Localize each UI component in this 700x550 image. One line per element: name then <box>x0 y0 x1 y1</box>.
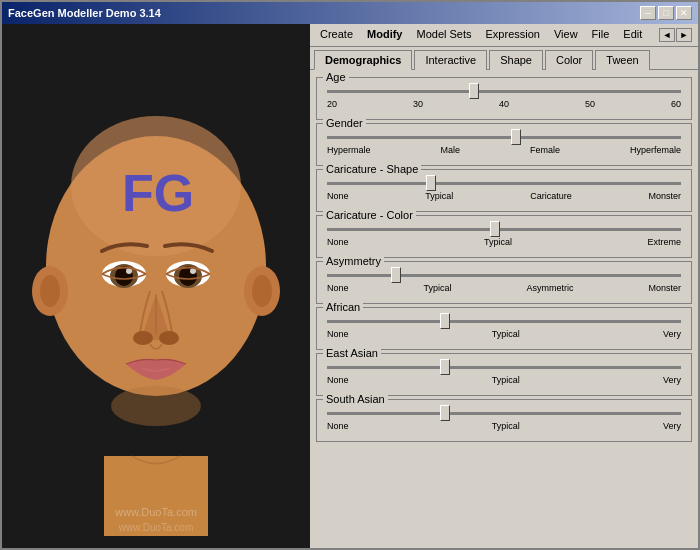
age-label-60: 60 <box>671 99 681 109</box>
age-slider-track[interactable] <box>327 90 681 93</box>
face-canvas: FG <box>2 24 310 548</box>
cc-typical: Typical <box>484 237 512 247</box>
asymmetry-section: Asymmetry None Typical Asymmetric Monste… <box>316 261 692 304</box>
window-title: FaceGen Modeller Demo 3.14 <box>8 7 161 19</box>
menu-model-sets[interactable]: Model Sets <box>410 26 477 44</box>
asymmetry-label: Asymmetry <box>323 255 384 267</box>
prev-arrow[interactable]: ◄ <box>659 28 675 42</box>
caricature-color-labels: None Typical Extreme <box>323 235 685 249</box>
gender-slider-thumb[interactable] <box>511 129 521 145</box>
minimize-button[interactable]: ─ <box>640 6 656 20</box>
svg-point-19 <box>159 331 179 345</box>
gender-labels: Hypermale Male Female Hyperfemale <box>323 143 685 157</box>
gender-slider-track[interactable] <box>327 136 681 139</box>
menu-create[interactable]: Create <box>314 26 359 44</box>
gender-female: Female <box>530 145 560 155</box>
gender-hyperfemale: Hyperfemale <box>630 145 681 155</box>
svg-point-8 <box>252 275 272 307</box>
svg-point-7 <box>40 275 60 307</box>
menu-file[interactable]: File <box>586 26 616 44</box>
title-bar: FaceGen Modeller Demo 3.14 ─ □ ✕ <box>2 2 698 24</box>
age-label-20: 20 <box>327 99 337 109</box>
tab-tween[interactable]: Tween <box>595 50 649 70</box>
face-viewport: FG <box>2 24 310 548</box>
asym-none: None <box>327 283 349 293</box>
caricature-shape-label: Caricature - Shape <box>323 163 421 175</box>
cs-none: None <box>327 191 349 201</box>
caricature-shape-labels: None Typical Caricature Monster <box>323 189 685 203</box>
ea-very: Very <box>663 375 681 385</box>
gender-hypermale: Hypermale <box>327 145 371 155</box>
caricature-color-thumb[interactable] <box>490 221 500 237</box>
window-controls: ─ □ ✕ <box>640 6 692 20</box>
caricature-color-track[interactable] <box>327 228 681 231</box>
svg-point-18 <box>133 331 153 345</box>
african-track[interactable] <box>327 320 681 323</box>
south-asian-track[interactable] <box>327 412 681 415</box>
gender-male: Male <box>440 145 460 155</box>
east-asian-thumb[interactable] <box>440 359 450 375</box>
menu-expression[interactable]: Expression <box>480 26 546 44</box>
african-section: African None Typical Very <box>316 307 692 350</box>
tab-shape[interactable]: Shape <box>489 50 543 70</box>
asymmetry-slider-container: None Typical Asymmetric Monster <box>323 274 685 295</box>
content-area: FG <box>2 24 698 548</box>
african-labels: None Typical Very <box>323 327 685 341</box>
menu-edit[interactable]: Edit <box>617 26 648 44</box>
caricature-color-slider-container: None Typical Extreme <box>323 228 685 249</box>
caricature-shape-thumb[interactable] <box>426 175 436 191</box>
sa-typical: Typical <box>492 421 520 431</box>
caricature-color-section: Caricature - Color None Typical Extreme <box>316 215 692 258</box>
african-typical: Typical <box>492 329 520 339</box>
asym-asymmetric: Asymmetric <box>527 283 574 293</box>
caricature-shape-slider-container: None Typical Caricature Monster <box>323 182 685 203</box>
tab-bar: Demographics Interactive Shape Color Twe… <box>310 47 698 70</box>
asymmetry-track[interactable] <box>327 274 681 277</box>
menu-modify[interactable]: Modify <box>361 26 408 44</box>
menu-view[interactable]: View <box>548 26 584 44</box>
south-asian-label: South Asian <box>323 393 388 405</box>
ea-typical: Typical <box>492 375 520 385</box>
svg-text:www.DuoTa.com: www.DuoTa.com <box>114 506 197 518</box>
ea-none: None <box>327 375 349 385</box>
east-asian-section: East Asian None Typical Very <box>316 353 692 396</box>
age-section: Age 20 30 40 50 60 <box>316 77 692 120</box>
east-asian-labels: None Typical Very <box>323 373 685 387</box>
age-slider-container: 20 30 40 50 60 <box>323 90 685 111</box>
african-slider-container: None Typical Very <box>323 320 685 341</box>
south-asian-section: South Asian None Typical Very <box>316 399 692 442</box>
nav-arrows: ◄ ► <box>657 26 694 44</box>
svg-text:www.DuoTa.com: www.DuoTa.com <box>118 522 193 533</box>
cs-caricature: Caricature <box>530 191 572 201</box>
caricature-shape-track[interactable] <box>327 182 681 185</box>
sa-none: None <box>327 421 349 431</box>
age-label-30: 30 <box>413 99 423 109</box>
close-button[interactable]: ✕ <box>676 6 692 20</box>
asym-monster: Monster <box>648 283 681 293</box>
south-asian-labels: None Typical Very <box>323 419 685 433</box>
cc-extreme: Extreme <box>647 237 681 247</box>
african-very: Very <box>663 329 681 339</box>
tab-color[interactable]: Color <box>545 50 593 70</box>
caricature-shape-section: Caricature - Shape None Typical Caricatu… <box>316 169 692 212</box>
maximize-button[interactable]: □ <box>658 6 674 20</box>
asym-typical: Typical <box>424 283 452 293</box>
south-asian-slider-container: None Typical Very <box>323 412 685 433</box>
age-labels: 20 30 40 50 60 <box>323 97 685 111</box>
cs-typical: Typical <box>425 191 453 201</box>
gender-slider-container: Hypermale Male Female Hyperfemale <box>323 136 685 157</box>
age-label-40: 40 <box>499 99 509 109</box>
tab-demographics[interactable]: Demographics <box>314 50 412 70</box>
next-arrow[interactable]: ► <box>676 28 692 42</box>
age-label: Age <box>323 71 349 83</box>
tab-interactive[interactable]: Interactive <box>414 50 487 70</box>
gender-section: Gender Hypermale Male Female Hyperfemale <box>316 123 692 166</box>
sa-very: Very <box>663 421 681 431</box>
south-asian-thumb[interactable] <box>440 405 450 421</box>
age-slider-thumb[interactable] <box>469 83 479 99</box>
scroll-area[interactable]: Age 20 30 40 50 60 <box>310 70 698 548</box>
east-asian-track[interactable] <box>327 366 681 369</box>
svg-point-20 <box>111 386 201 426</box>
african-thumb[interactable] <box>440 313 450 329</box>
asymmetry-thumb[interactable] <box>391 267 401 283</box>
